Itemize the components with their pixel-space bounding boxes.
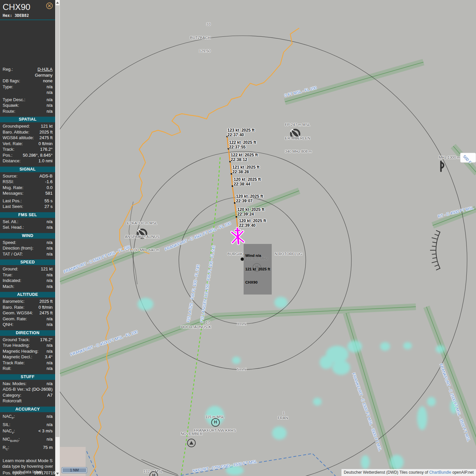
row-label: Direction (from):: [3, 245, 33, 251]
row-value: v2 (DO-260B): [26, 386, 53, 392]
info-row: Indicated:n/a: [0, 278, 55, 284]
close-icon[interactable]: [46, 2, 53, 9]
label-november: NOVEMBER: [181, 432, 203, 436]
info-row: Sel. Head.:n/a: [0, 224, 55, 230]
info-row: Nav. Modes:n/a: [0, 381, 55, 387]
info-row: Geom. WGS84:2475 ft: [0, 310, 55, 316]
row-value: n/a: [47, 366, 53, 372]
section-header-speed: SPEED: [0, 259, 55, 265]
row-value: 0.0: [47, 185, 53, 191]
info-row: Track Rate:n/a: [0, 360, 55, 366]
row-value: 0 ft/min: [38, 304, 53, 310]
row-value: 2025 ft: [39, 129, 53, 135]
info-row: Germany: [0, 72, 55, 78]
trail-label: 120 kt 2025 ft22:39:07: [236, 194, 263, 203]
row-value: n/a: [47, 219, 53, 225]
map-scale-bar: 1 NM: [61, 467, 87, 473]
section-header-spatial: SPATIAL: [0, 117, 55, 122]
row-label: Baro. Altitude:: [3, 129, 29, 135]
scroll-down-icon[interactable]: [56, 473, 59, 475]
info-row: DB flags:none: [0, 78, 55, 84]
row-label: Magnetic Heading:: [3, 348, 38, 354]
row-label: Groundspeed:: [3, 123, 30, 129]
row-label: Ground:: [3, 266, 18, 272]
label-mhz-1300: MHz 1300 m: [439, 155, 460, 160]
row-label: Source:: [3, 173, 18, 179]
row-value: n/a: [47, 322, 53, 328]
info-row: Msg. Rate:0.0: [0, 185, 55, 191]
section-header-altitude: ALTITUDE: [0, 292, 55, 298]
info-row: Pos.:50.286°, 8.645°: [0, 152, 55, 158]
registration-link[interactable]: D-HJLA: [37, 66, 53, 72]
row-value: n/a: [47, 224, 53, 230]
map-canvas[interactable]: 33 BUTZBACH 129.50 FP 247 m MSL ER-MOERL…: [60, 0, 476, 476]
row-label: Geom. WGS84:: [3, 310, 33, 316]
ring-label-3nmi: 3 nmi: [232, 322, 252, 327]
info-row: n/a: [0, 90, 55, 96]
row-label: True:: [3, 272, 13, 278]
info-row: Source:ADS-B: [0, 173, 55, 179]
info-row: RC:75 m: [0, 444, 55, 453]
row-label: Baro. Rate:: [3, 304, 24, 310]
tar1090-app: CHX90 Hex: 3DEB82 Reg.:D-HJLAGermanyDB f…: [0, 0, 476, 476]
row-value: 2475 ft: [39, 135, 53, 141]
row-label: Type Desc.:: [3, 97, 25, 103]
row-value: n/a: [47, 102, 53, 108]
row-label: Barometric:: [3, 298, 24, 304]
info-row: Route:n/a: [0, 108, 55, 114]
label-butzbach: 33 BUTZBACH 129.50: [178, 13, 211, 62]
row-label: Track Rate:: [3, 360, 25, 366]
row-label: QNH:: [3, 322, 14, 328]
row-label: Last Seen:: [3, 204, 23, 210]
info-row: Squawk:n/a: [0, 102, 55, 108]
scroll-up-icon[interactable]: [56, 2, 59, 4]
label-fragment-17: 17: [206, 320, 210, 325]
row-label: Squawk:: [3, 102, 19, 108]
row-value: 121 kt: [41, 266, 53, 272]
row-value: 3.4°: [45, 354, 53, 360]
info-row: WGS84 altitude:2475 ft: [0, 135, 55, 141]
info-row: Reg.:D-HJLA: [0, 66, 55, 72]
info-row: Last Pos.:55 s: [0, 198, 55, 204]
helipad-icon: H: [211, 418, 220, 427]
trail-label: 120 kt 2025 ft22:39:24: [237, 208, 264, 217]
row-label: Type:: [3, 84, 13, 90]
row-value: 2475 ft: [39, 310, 53, 316]
row-label: Magnetic Decl.:: [3, 354, 32, 360]
info-row: QNH:n/a: [0, 322, 55, 328]
info-row: Groundspeed:121 kt: [0, 123, 55, 129]
row-value: 1.0 nmi: [38, 158, 53, 164]
info-row: Vert. Rate:0 ft/min: [0, 141, 55, 147]
info-row: NACP:n/a: [0, 413, 55, 421]
row-label: Category:: [3, 392, 21, 398]
row-label: RC:: [3, 444, 9, 453]
label-ober-moerlen: FP 247 m MSL ER-MOERLEN 340 MHz 808 m: [285, 114, 312, 163]
row-value: n/a: [47, 316, 53, 322]
row-value: n/a: [47, 360, 53, 366]
row-value: n/a: [47, 240, 53, 246]
label-hochtaunus: HOCHTAUNUS-K: [181, 325, 211, 330]
row-label: Roll:: [3, 366, 11, 372]
row-value: n/a: [47, 97, 53, 103]
chartbundle-link[interactable]: ChartBundle: [429, 470, 451, 475]
sidebar-scrollbar[interactable]: [55, 0, 60, 476]
row-value: n/a: [47, 84, 53, 90]
row-label: Reg.:: [3, 66, 13, 72]
row-value: 176.2°: [40, 337, 53, 343]
row-value: n/a: [47, 251, 53, 257]
label-fragment-fran: FRAN: [278, 416, 288, 420]
info-row: Track:176.2°: [0, 146, 55, 152]
row-label: Track:: [3, 146, 15, 152]
row-value: 121 kt: [41, 123, 53, 129]
row-value: 55 s: [44, 198, 53, 204]
row-value: n/a: [47, 245, 53, 251]
row-label: SIL:: [3, 421, 10, 428]
section-header-stuff: STUFF: [0, 374, 55, 380]
info-row: Magnetic Decl.:3.4°: [0, 354, 55, 360]
aircraft-tooltip: Wind n/a 121 kt 2025 ft CHX90: [244, 244, 272, 295]
row-value: n/a: [47, 272, 53, 278]
scrollbar-thumb[interactable]: [56, 5, 60, 437]
row-value: -1.6: [45, 179, 53, 185]
row-value: n/a: [47, 108, 53, 114]
row-value: n/a: [47, 342, 53, 348]
